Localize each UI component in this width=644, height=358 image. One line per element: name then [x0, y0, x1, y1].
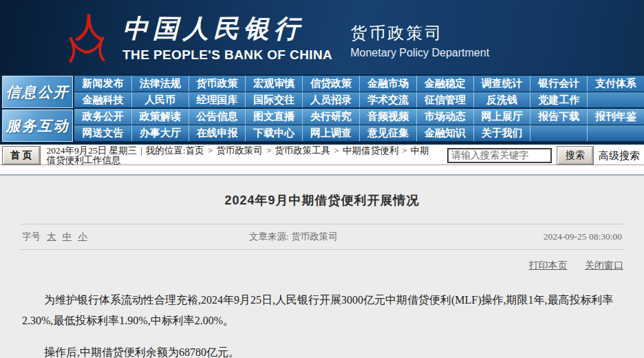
- breadcrumb-location-label: 我的位置:首页: [146, 145, 204, 156]
- nav-link-法律法规[interactable]: 法律法规: [131, 76, 189, 92]
- nav-cell-empty: [587, 125, 644, 141]
- nav-link-经理国库[interactable]: 经理国库: [189, 92, 246, 107]
- nav-link-学术交流[interactable]: 学术交流: [359, 92, 416, 107]
- nav-link-国际交往[interactable]: 国际交往: [245, 92, 302, 107]
- nav-link-征信管理[interactable]: 征信管理: [416, 92, 473, 107]
- font-size-option-3[interactable]: 小: [78, 231, 87, 243]
- nav-link-图文直播[interactable]: 图文直播: [245, 109, 302, 125]
- site-banner: 人人人 中国人民银行 THE PEOPLE'S BANK OF CHINA 货币…: [0, 0, 644, 74]
- bank-name-en: THE PEOPLE'S BANK OF CHINA: [122, 48, 332, 63]
- nav-link-金融稳定[interactable]: 金融稳定: [416, 76, 473, 92]
- nav-link-办事大厅[interactable]: 办事大厅: [131, 125, 189, 141]
- nav-links-grid: 新闻发布法律法规货币政策宏观审慎信贷政策金融市场金融稳定调查统计银行会计支付体系…: [74, 76, 644, 142]
- nav-link-政策解读[interactable]: 政策解读: [131, 109, 189, 125]
- pboc-emblem-icon: 人人人: [63, 12, 113, 62]
- breadcrumb-item-1[interactable]: 货币政策司: [216, 145, 263, 156]
- font-size-label: 字号: [22, 231, 41, 243]
- nav-link-新闻发布[interactable]: 新闻发布: [74, 76, 131, 92]
- department-name-cn: 货币政策司: [350, 22, 489, 44]
- nav-link-信贷政策[interactable]: 信贷政策: [302, 76, 359, 92]
- font-size-option-1[interactable]: 大: [47, 231, 56, 243]
- nav-link-党建工作[interactable]: 党建工作: [530, 92, 587, 107]
- nav-link-在线申报[interactable]: 在线申报: [189, 125, 246, 141]
- nav-link-下载中心[interactable]: 下载中心: [245, 125, 302, 141]
- font-size-controls: 字号 大中小: [22, 231, 249, 243]
- nav-link-政务公开[interactable]: 政务公开: [74, 109, 131, 125]
- nav-link-网送文告[interactable]: 网送文告: [74, 125, 131, 141]
- article-meta-row: 字号 大中小 文章来源: 货币政策司 2024-09-25 08:30:00: [21, 224, 623, 250]
- article-tools: 打印本页 关闭窗口: [0, 260, 623, 272]
- article-paragraph-1: 为维护银行体系流动性合理充裕,2024年9月25日,人民银行开展3000亿元中期…: [22, 290, 622, 331]
- article-content-area: 2024年9月中期借贷便利开展情况 字号 大中小 文章来源: 货币政策司 202…: [0, 174, 644, 358]
- nav-section-service-interaction[interactable]: 服务互动: [2, 109, 73, 142]
- nav-link-公告信息[interactable]: 公告信息: [189, 109, 246, 125]
- search-zone: 搜索 高级搜索: [433, 146, 642, 165]
- print-page-link[interactable]: 打印本页: [529, 260, 568, 271]
- nav-link-关于我们[interactable]: 关于我们: [473, 125, 530, 141]
- nav-link-意见征集[interactable]: 意见征集: [359, 125, 416, 141]
- nav-link-网上调查[interactable]: 网上调查: [302, 125, 359, 141]
- breadcrumb-separator: >: [266, 145, 272, 156]
- nav-link-支付体系[interactable]: 支付体系: [587, 76, 644, 92]
- nav-link-调查统计[interactable]: 调查统计: [473, 76, 530, 92]
- nav-link-金融知识[interactable]: 金融知识: [416, 125, 473, 141]
- nav-link-金融科技[interactable]: 金融科技: [74, 92, 131, 107]
- breadcrumb-divider: |: [140, 145, 142, 156]
- bank-name-block: 中国人民银行 THE PEOPLE'S BANK OF CHINA: [122, 12, 332, 63]
- breadcrumb-item-2[interactable]: 货币政策工具: [275, 145, 330, 156]
- nav-link-报刊年鉴[interactable]: 报刊年鉴: [587, 109, 644, 125]
- nav-link-人民币[interactable]: 人民币: [131, 92, 189, 107]
- department-name-block: 货币政策司 Monetary Policy Department: [350, 15, 489, 59]
- search-input[interactable]: [447, 148, 552, 163]
- nav-section-labels: 信息公开 服务互动: [0, 76, 74, 142]
- home-button[interactable]: 首 页: [3, 147, 40, 165]
- breadcrumb: 2024年9月25日 星期三|我的位置:首页>货币政策司>货币政策工具>中期借贷…: [47, 146, 433, 165]
- nav-link-央行研究[interactable]: 央行研究: [302, 109, 359, 125]
- nav-link-音频视频[interactable]: 音频视频: [359, 109, 416, 125]
- close-window-link[interactable]: 关闭窗口: [585, 260, 623, 271]
- font-size-option-2[interactable]: 中: [63, 231, 72, 243]
- nav-link-报告下载[interactable]: 报告下载: [530, 109, 587, 125]
- nav-link-人员招录[interactable]: 人员招录: [302, 92, 359, 107]
- main-navigation: 信息公开 服务互动 新闻发布法律法规货币政策宏观审慎信贷政策金融市场金融稳定调查…: [0, 74, 644, 145]
- article-paragraph-2: 操作后,中期借贷便利余额为68780亿元。: [22, 342, 622, 358]
- breadcrumb-date: 2024年9月25日 星期三: [47, 145, 138, 156]
- article-source: 文章来源: 货币政策司: [249, 231, 544, 243]
- nav-link-网上展厅[interactable]: 网上展厅: [473, 109, 530, 125]
- nav-link-银行会计[interactable]: 银行会计: [530, 76, 587, 92]
- advanced-search-link[interactable]: 高级搜索: [599, 149, 640, 162]
- breadcrumb-item-3[interactable]: 中期借贷便利: [343, 145, 398, 156]
- spacer: [0, 165, 644, 174]
- department-name-en: Monetary Policy Department: [350, 47, 489, 59]
- search-button[interactable]: 搜索: [557, 147, 593, 165]
- source-value: 货币政策司: [291, 231, 338, 242]
- article-datetime: 2024-09-25 08:30:00: [544, 231, 622, 242]
- bank-name-cn: 中国人民银行: [122, 12, 332, 46]
- breadcrumb-separator: >: [402, 145, 407, 156]
- nav-section-information-disclosure[interactable]: 信息公开: [2, 76, 73, 108]
- page-title: 2024年9月中期借贷便利开展情况: [0, 192, 644, 209]
- nav-link-货币政策[interactable]: 货币政策: [189, 76, 246, 92]
- nav-link-金融市场[interactable]: 金融市场: [359, 76, 416, 92]
- nav-link-宏观审慎[interactable]: 宏观审慎: [245, 76, 302, 92]
- nav-cell-empty: [530, 125, 587, 141]
- breadcrumb-separator: >: [208, 145, 213, 156]
- nav-cell-empty: [587, 92, 644, 107]
- nav-link-反洗钱[interactable]: 反洗钱: [473, 92, 530, 107]
- breadcrumb-bar: 首 页 2024年9月25日 星期三|我的位置:首页>货币政策司>货币政策工具>…: [0, 145, 644, 165]
- article-body: 为维护银行体系流动性合理充裕,2024年9月25日,人民银行开展3000亿元中期…: [22, 290, 622, 358]
- nav-link-市场动态[interactable]: 市场动态: [416, 109, 473, 125]
- breadcrumb-separator: >: [334, 145, 339, 156]
- source-label: 文章来源:: [249, 231, 289, 242]
